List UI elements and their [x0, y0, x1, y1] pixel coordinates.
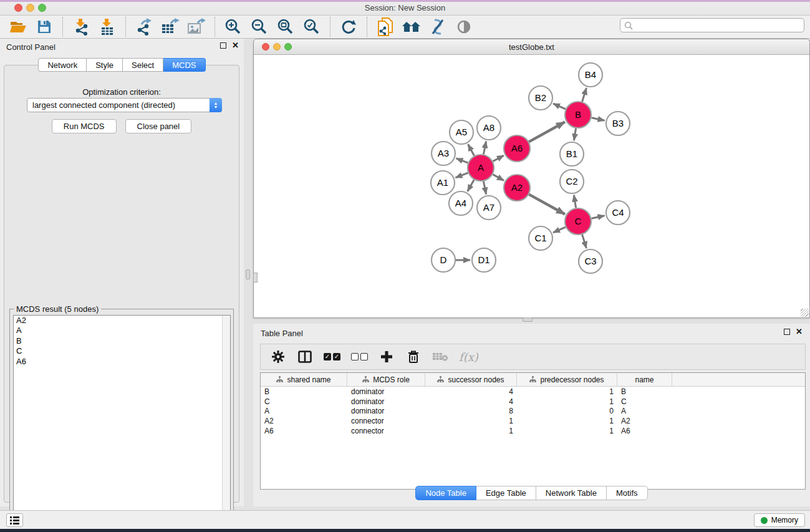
mcds-result-list[interactable]: A2ABCA6: [13, 315, 231, 521]
delete-table-icon[interactable]: [432, 349, 448, 365]
edge-B-B4[interactable]: [582, 88, 587, 102]
tab-network-table[interactable]: Network Table: [536, 486, 607, 500]
save-session-icon[interactable]: [34, 17, 54, 36]
edge-A-A2[interactable]: [493, 175, 504, 181]
edge-A-A5[interactable]: [468, 144, 475, 155]
edge-A6-B[interactable]: [529, 122, 565, 142]
cell-successor-nodes[interactable]: 4: [425, 387, 517, 396]
add-column-icon[interactable]: [378, 349, 395, 365]
float-panel-icon[interactable]: [220, 42, 226, 49]
cell-shared-name[interactable]: A6: [261, 427, 347, 435]
horizontal-splitter-handle[interactable]: [523, 317, 533, 322]
column-header-successor-nodes[interactable]: successor nodes: [425, 373, 517, 386]
optimization-criterion-select[interactable]: largest connected component (directed) ▲…: [27, 98, 222, 112]
cell-predecessor-nodes[interactable]: 1: [517, 397, 617, 406]
vertical-splitter-handle[interactable]: [246, 269, 250, 279]
cell-successor-nodes[interactable]: 4: [425, 397, 517, 406]
node-table[interactable]: shared nameMCDS rolesuccessor nodesprede…: [260, 372, 806, 490]
close-table-panel-icon[interactable]: ✕: [796, 329, 803, 335]
cell-shared-name[interactable]: A2: [261, 417, 347, 425]
column-header-MCDS-role[interactable]: MCDS role: [347, 373, 425, 386]
tab-motifs[interactable]: Motifs: [607, 486, 648, 500]
open-file-icon[interactable]: [8, 17, 28, 36]
tab-edge-table[interactable]: Edge Table: [476, 486, 536, 500]
table-row[interactable]: A2connector11A2: [261, 416, 805, 426]
settings-gear-icon[interactable]: [270, 349, 286, 365]
network-canvas[interactable]: B4B2BB3B1A5A8A6A3AA1A2A4A7C2CC4C1C3DD1: [254, 55, 809, 317]
table-row[interactable]: Cdominator41C: [261, 397, 805, 407]
delete-column-icon[interactable]: [405, 349, 422, 365]
cell-shared-name[interactable]: C: [261, 397, 347, 406]
cell-successor-nodes[interactable]: 1: [425, 417, 517, 425]
result-item[interactable]: A2: [14, 316, 230, 326]
edge-A-A4[interactable]: [468, 180, 474, 191]
cell-MCDS-role[interactable]: connector: [347, 427, 425, 435]
float-table-panel-icon[interactable]: [784, 329, 790, 335]
close-panel-icon[interactable]: ✕: [232, 42, 239, 49]
cell-name[interactable]: B: [617, 387, 672, 396]
cell-shared-name[interactable]: A: [261, 407, 347, 415]
cell-predecessor-nodes[interactable]: 1: [517, 417, 617, 425]
cell-successor-nodes[interactable]: 1: [425, 427, 517, 435]
cell-shared-name[interactable]: B: [261, 387, 347, 396]
tab-select[interactable]: Select: [123, 58, 163, 72]
export-image-icon[interactable]: [186, 17, 206, 36]
edge-B-B1[interactable]: [574, 128, 576, 141]
select-all-checkboxes-icon[interactable]: ✓ ✓: [324, 353, 340, 360]
result-item[interactable]: B: [14, 336, 230, 346]
zoom-fit-icon[interactable]: [276, 17, 296, 36]
memory-button[interactable]: Memory: [754, 513, 805, 527]
cell-MCDS-role[interactable]: connector: [347, 417, 425, 425]
result-item[interactable]: A6: [14, 357, 230, 367]
cell-predecessor-nodes[interactable]: 1: [517, 387, 617, 396]
edge-C-C2[interactable]: [574, 195, 576, 208]
search-field[interactable]: [620, 18, 804, 32]
tab-style[interactable]: Style: [87, 58, 123, 72]
edge-B-B2[interactable]: [553, 104, 566, 109]
edge-A2-C[interactable]: [529, 195, 565, 215]
zoom-out-icon[interactable]: [249, 17, 269, 36]
column-header-predecessor-nodes[interactable]: predecessor nodes: [517, 373, 617, 386]
edge-B-B3[interactable]: [591, 118, 604, 121]
zoom-selected-icon[interactable]: [302, 17, 322, 36]
cell-predecessor-nodes[interactable]: 0: [517, 407, 617, 415]
export-table-icon[interactable]: [160, 17, 180, 36]
new-network-from-selection-icon[interactable]: [375, 17, 395, 36]
table-row[interactable]: Bdominator41B: [261, 387, 805, 397]
cell-name[interactable]: A2: [617, 417, 672, 425]
edge-A-A3[interactable]: [456, 158, 468, 163]
tab-mcds[interactable]: MCDS: [163, 58, 205, 72]
result-list-scrollbar[interactable]: [222, 316, 230, 520]
zoom-in-icon[interactable]: [223, 17, 243, 36]
cell-MCDS-role[interactable]: dominator: [347, 407, 425, 415]
cell-name[interactable]: A6: [617, 427, 672, 435]
cell-MCDS-role[interactable]: dominator: [347, 397, 425, 406]
network-window-titlebar[interactable]: testGlobe.txt: [254, 39, 809, 55]
cell-successor-nodes[interactable]: 8: [425, 407, 517, 415]
edge-A-A6[interactable]: [493, 155, 503, 161]
run-mcds-button[interactable]: Run MCDS: [52, 119, 117, 133]
edge-C-C3[interactable]: [582, 235, 587, 248]
table-row[interactable]: A6connector11A6: [261, 426, 805, 436]
edge-A-A1[interactable]: [455, 173, 468, 178]
close-panel-button[interactable]: Close panel: [125, 119, 192, 133]
import-network-icon[interactable]: [71, 17, 91, 36]
column-header-name[interactable]: name: [617, 373, 672, 386]
edge-C-C1[interactable]: [553, 227, 566, 233]
edge-C-C4[interactable]: [591, 216, 604, 219]
task-history-button[interactable]: [6, 513, 23, 527]
hide-panels-icon[interactable]: [428, 17, 448, 36]
column-header-shared-name[interactable]: shared name: [261, 373, 347, 386]
tab-network[interactable]: Network: [38, 58, 87, 72]
result-item[interactable]: C: [14, 346, 230, 356]
table-row[interactable]: Adominator80A: [261, 406, 805, 416]
cell-name[interactable]: A: [617, 407, 672, 415]
deselect-all-checkboxes-icon[interactable]: [351, 353, 368, 360]
export-network-icon[interactable]: [134, 17, 154, 36]
edge-A-A7[interactable]: [483, 181, 486, 195]
cell-MCDS-role[interactable]: dominator: [347, 387, 425, 396]
function-builder-icon[interactable]: f(x): [459, 351, 478, 364]
show-column-icon[interactable]: [297, 349, 313, 365]
canvas-collapse-handle[interactable]: [253, 273, 258, 283]
tab-node-table[interactable]: Node Table: [415, 486, 476, 500]
